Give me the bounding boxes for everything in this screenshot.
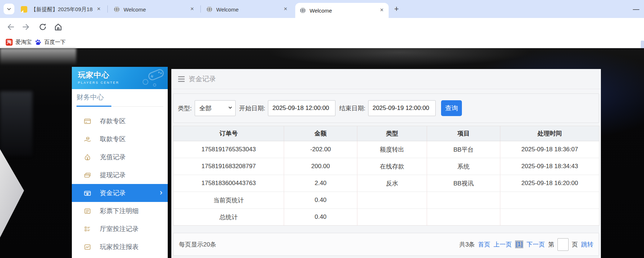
browser-tab-notice[interactable]: 【新提醒】2025年09月18日 20 × bbox=[17, 3, 106, 16]
browser-tab-welcome-active[interactable]: Welcome × bbox=[295, 3, 389, 18]
moneybag-icon bbox=[84, 153, 91, 161]
sidebar-item-label: 玩家投注报表 bbox=[100, 243, 139, 251]
cell-process-time: 2025-09-18 18:34:43 bbox=[500, 158, 599, 175]
tab-close-icon[interactable]: × bbox=[282, 5, 289, 13]
forward-icon[interactable] bbox=[22, 23, 30, 31]
bookmark-baidu[interactable]: 百度一下 bbox=[34, 38, 66, 46]
sidebar-item-deposit-zone[interactable]: 存款专区 bbox=[72, 112, 168, 130]
cell-type: 额度转出 bbox=[357, 141, 427, 158]
back-icon[interactable] bbox=[6, 23, 15, 31]
prev-page-link[interactable]: 上一页 bbox=[494, 240, 512, 249]
total-count: 共3条 bbox=[459, 240, 475, 249]
jump-prefix: 第 bbox=[548, 240, 554, 249]
start-date-label: 开始日期: bbox=[239, 104, 265, 112]
sidebar-item-hall-bet-record[interactable]: 厅室投注记录 bbox=[72, 220, 168, 238]
col-type: 类型 bbox=[357, 126, 427, 141]
end-date-label: 结束日期: bbox=[339, 104, 365, 112]
bubble-decor bbox=[143, 79, 148, 85]
tab-search-button[interactable] bbox=[4, 4, 14, 14]
sidebar-item-label: 厅室投注记录 bbox=[100, 225, 139, 233]
home-icon[interactable] bbox=[54, 23, 62, 31]
cell-amount: 0.40 bbox=[284, 209, 357, 226]
tab-close-icon[interactable]: × bbox=[378, 6, 386, 14]
baidu-paw-icon bbox=[34, 39, 41, 46]
taobao-icon: 淘 bbox=[6, 39, 13, 46]
sidebar-menu: 存款专区 取款专区 充值记录 提现记录 资金记录 › bbox=[72, 112, 168, 256]
cell-project: BB视讯 bbox=[427, 175, 500, 192]
pagination-controls: 共3条 首页 上一页 [1] 下一页 第 页 跳转 bbox=[459, 238, 593, 251]
page-title: 资金记录 bbox=[189, 74, 216, 84]
globe-icon bbox=[300, 7, 306, 14]
bubble-decor bbox=[153, 83, 156, 87]
cell-type: 在线存款 bbox=[357, 158, 427, 175]
current-page-badge: [1] bbox=[515, 240, 523, 248]
sidebar-item-recharge-record[interactable]: 充值记录 bbox=[72, 148, 168, 166]
cell-type: 反水 bbox=[357, 175, 427, 192]
sidebar-item-funds-record[interactable]: 资金记录 › bbox=[72, 184, 168, 202]
col-amount: 金额 bbox=[284, 126, 357, 141]
table-row: 1758191683208797 200.00 在线存款 系统 2025-09-… bbox=[173, 158, 599, 175]
background-triangle bbox=[0, 149, 24, 238]
tab-title: 【新提醒】2025年09月18日 20 bbox=[31, 6, 93, 13]
type-select[interactable]: 全部 bbox=[195, 100, 236, 116]
type-label: 类型: bbox=[178, 104, 192, 112]
sidebar: 玩家中心 PLAYERS CENTER 财务中心 存款专区 取款专区 bbox=[72, 67, 168, 258]
grid-list-icon bbox=[84, 225, 91, 233]
sidebar-item-withdraw-zone[interactable]: 取款专区 bbox=[72, 130, 168, 148]
sidebar-item-lottery-bet-detail[interactable]: 彩票下注明细 bbox=[72, 202, 168, 220]
cell-amount: -202.00 bbox=[284, 141, 357, 158]
tab-close-icon[interactable]: × bbox=[95, 5, 103, 13]
browser-tab-welcome-1[interactable]: Welcome × bbox=[109, 3, 199, 16]
col-process-time: 处理时间 bbox=[500, 126, 599, 141]
bookmark-taobao[interactable]: 淘 爱淘宝 bbox=[6, 38, 32, 46]
cell-process-time: 2025-09-18 18:36:07 bbox=[500, 141, 599, 158]
sidebar-item-withdrawal-record[interactable]: 提现记录 bbox=[72, 166, 168, 184]
tab-title: Welcome bbox=[310, 8, 376, 14]
query-button[interactable]: 查询 bbox=[441, 100, 462, 116]
jump-suffix: 页 bbox=[572, 240, 578, 249]
background-blur bbox=[0, 48, 76, 65]
funds-table: 订单号 金额 类型 项目 处理时间 1758191765353043 -202.… bbox=[173, 126, 599, 226]
cell-amount: 200.00 bbox=[284, 158, 357, 175]
sidebar-header: 玩家中心 PLAYERS CENTER bbox=[72, 67, 168, 89]
cell-label: 当前页统计 bbox=[173, 192, 284, 209]
end-date-input[interactable] bbox=[368, 100, 436, 116]
reload-icon[interactable] bbox=[38, 23, 47, 31]
jump-link[interactable]: 跳转 bbox=[581, 240, 593, 249]
sidebar-item-label: 存款专区 bbox=[100, 117, 126, 125]
chevron-down-icon bbox=[6, 6, 11, 11]
table-row: 1758183600443763 2.40 反水 BB视讯 2025-09-18… bbox=[173, 175, 599, 192]
start-date-input[interactable] bbox=[268, 100, 335, 116]
tab-title: Welcome bbox=[124, 6, 186, 13]
cell-amount: 2.40 bbox=[284, 175, 357, 192]
tab-separator bbox=[200, 5, 201, 13]
minimize-button[interactable]: — bbox=[631, 5, 641, 13]
pagination-bar: 每页显示20条 共3条 首页 上一页 [1] 下一页 第 页 跳转 bbox=[173, 233, 599, 256]
sidebar-item-player-bet-report[interactable]: 玩家投注报表 bbox=[72, 238, 168, 256]
section-underline bbox=[77, 106, 163, 107]
page-title-bar: 资金记录 bbox=[171, 69, 601, 89]
filter-bar: 类型: 全部 开始日期: 结束日期: 查询 bbox=[173, 93, 599, 123]
tab-close-icon[interactable]: × bbox=[188, 5, 196, 13]
page-background: 玩家中心 PLAYERS CENTER 财务中心 存款专区 取款专区 bbox=[0, 48, 644, 258]
globe-icon bbox=[113, 6, 120, 13]
screen: 【新提醒】2025年09月18日 20 × Welcome × Welcome … bbox=[0, 0, 644, 258]
background-blur bbox=[0, 91, 32, 156]
hamburger-icon[interactable] bbox=[178, 76, 185, 82]
bookmarks-bar: 淘 爱淘宝 百度一下 bbox=[0, 36, 644, 48]
cell-project: 系统 bbox=[427, 158, 500, 175]
cell-amount: 0.40 bbox=[284, 192, 357, 209]
wallet-icon bbox=[84, 189, 91, 197]
sidebar-item-label: 彩票下注明细 bbox=[100, 207, 139, 215]
cards-icon bbox=[84, 171, 91, 179]
cell-label: 总统计 bbox=[173, 209, 284, 226]
list-doc-icon bbox=[84, 207, 91, 215]
first-page-link[interactable]: 首页 bbox=[478, 240, 490, 249]
new-tab-button[interactable]: + bbox=[392, 4, 402, 14]
sidebar-item-label: 充值记录 bbox=[100, 153, 126, 161]
page-jump-input[interactable] bbox=[557, 238, 569, 251]
deposit-card-icon bbox=[84, 118, 91, 125]
browser-tab-welcome-2[interactable]: Welcome × bbox=[202, 3, 292, 16]
next-page-link[interactable]: 下一页 bbox=[527, 240, 545, 249]
globe-icon bbox=[206, 6, 213, 13]
